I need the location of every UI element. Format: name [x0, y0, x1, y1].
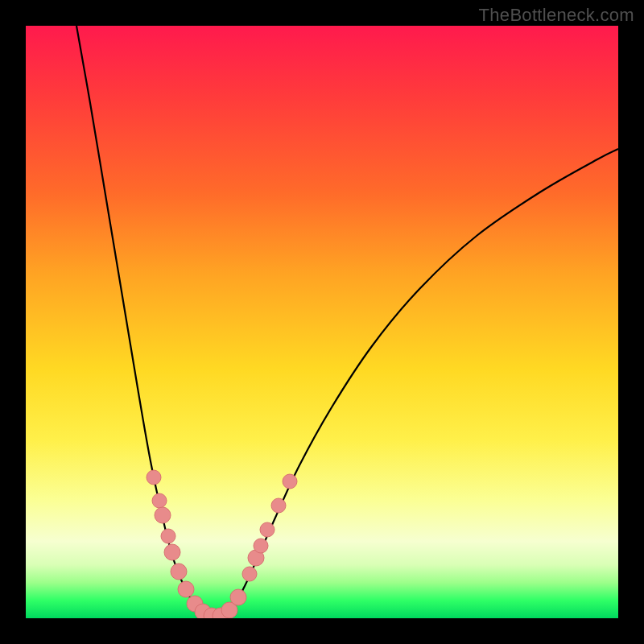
curve-left-branch: [76, 26, 209, 615]
data-marker: [152, 493, 167, 508]
bottleneck-chart: [26, 26, 618, 618]
data-marker: [171, 564, 187, 580]
data-marker: [260, 522, 275, 537]
data-marker: [242, 567, 257, 581]
data-marker: [178, 581, 194, 597]
data-marker: [164, 544, 180, 560]
data-marker: [155, 507, 171, 523]
watermark-text: TheBottleneck.com: [479, 5, 634, 26]
data-marker: [230, 589, 246, 605]
chart-frame: [26, 26, 618, 618]
data-marker: [283, 474, 297, 489]
data-marker: [147, 470, 161, 485]
data-marker: [254, 539, 268, 553]
curve-right-branch: [224, 149, 618, 615]
data-marker: [271, 498, 286, 513]
data-marker: [161, 529, 175, 543]
